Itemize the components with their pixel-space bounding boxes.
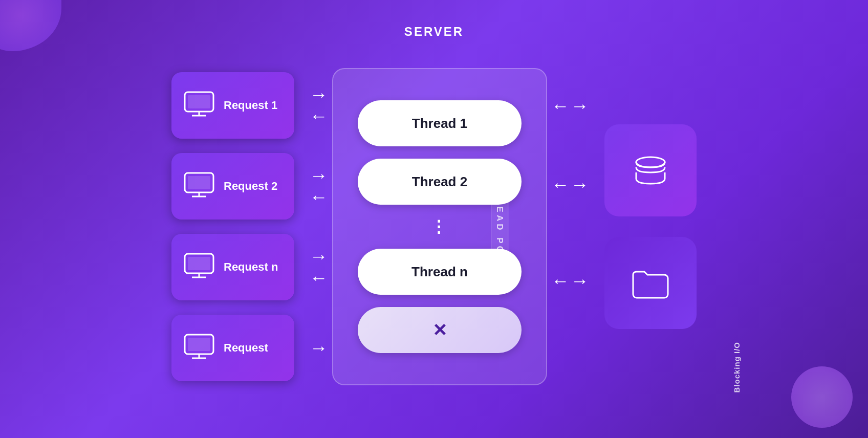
resource-folder-card — [604, 237, 697, 329]
monitor-icon-n — [184, 253, 214, 281]
thread-pool-label: THREAD POOL — [491, 172, 509, 281]
requests-column: Request 1 Request 2 — [171, 72, 294, 381]
diagram-container: SERVER Request 1 — [0, 0, 868, 438]
server-label: SERVER — [404, 25, 464, 39]
request-1-label: Request 1 — [224, 99, 277, 112]
svg-rect-3 — [188, 95, 210, 108]
ellipsis: ⋮ — [430, 217, 449, 236]
request-2-label: Request 2 — [224, 180, 277, 193]
resource-database-card — [604, 124, 697, 216]
monitor-icon-1 — [184, 91, 214, 120]
right-arrow-thread2: ← → — [551, 151, 589, 218]
rejected-pill: ✕ — [358, 307, 522, 353]
svg-rect-11 — [188, 257, 210, 270]
request-extra-label: Request — [224, 341, 268, 355]
left-arrow-1: → ← — [310, 72, 328, 139]
left-arrows-group: → ← → ← → ← → — [310, 72, 328, 381]
monitor-icon-extra — [184, 334, 214, 362]
right-arrow-threadn: ← → — [551, 248, 589, 314]
resources-column — [604, 124, 697, 329]
request-card-1: Request 1 — [171, 72, 294, 139]
request-n-label: Request n — [224, 260, 278, 274]
thread-1-pill: Thread 1 — [358, 100, 522, 146]
blocking-io-label: Blocking I/O — [732, 342, 741, 393]
svg-rect-15 — [188, 338, 210, 351]
database-icon — [630, 150, 671, 191]
request-card-n: Request n — [171, 234, 294, 300]
left-arrow-2: → ← — [310, 153, 328, 220]
right-arrow-thread1: ← → — [551, 73, 589, 139]
left-arrow-n: → ← — [310, 234, 328, 300]
right-arrows-group: ← → ← → ← → — [551, 73, 589, 381]
server-box: Thread 1 Thread 2 ⋮ Thread n ✕ THREAD PO… — [332, 68, 547, 385]
request-card-extra: Request — [171, 315, 294, 381]
left-arrow-rejected: → — [310, 315, 328, 381]
svg-rect-7 — [188, 176, 210, 189]
folder-icon — [630, 265, 671, 301]
request-card-2: Request 2 — [171, 153, 294, 220]
monitor-icon-2 — [184, 172, 214, 201]
